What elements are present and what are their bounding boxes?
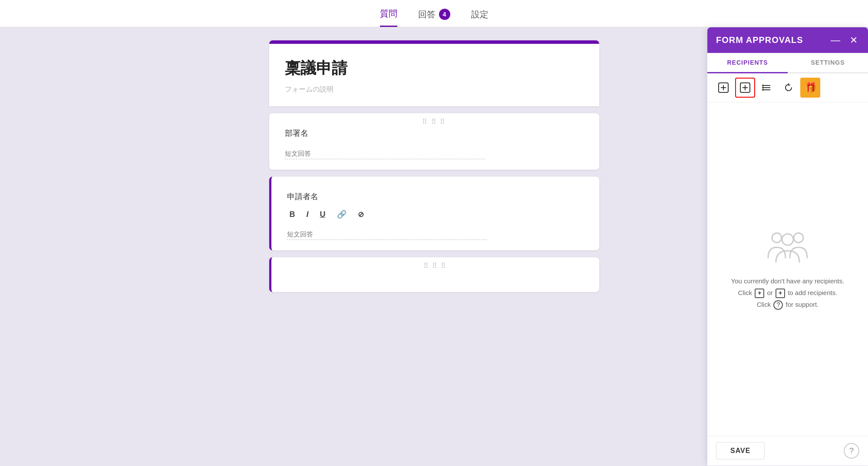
svg-point-14 [782, 234, 793, 245]
tab-answers[interactable]: 回答 4 [418, 9, 450, 26]
recipients-empty-text: You currently don't have any recipients.… [731, 275, 845, 310]
recipients-empty-state: You currently don't have any recipients.… [707, 102, 868, 436]
empty-inline-icon-3: ? [773, 300, 783, 310]
empty-text-or: or [767, 289, 775, 296]
panel-toolbar: 🎁 [707, 73, 868, 102]
empty-inline-icon-2: + [776, 289, 785, 298]
form-title: 稟議申請 [285, 58, 584, 79]
svg-point-13 [794, 233, 803, 243]
question-card-partial: ⠿ ⠿ ⠿ [269, 257, 599, 292]
save-button[interactable]: SAVE [716, 442, 765, 459]
empty-text-line1: You currently don't have any recipients. [731, 277, 845, 285]
empty-text-click2: Click [757, 301, 771, 308]
answers-badge: 4 [439, 9, 450, 20]
drag-handle-1[interactable]: ⠿ ⠿ ⠿ [422, 118, 446, 126]
empty-text-toadd: to add recipients. [788, 289, 837, 296]
svg-point-11 [762, 89, 764, 91]
short-answer-input-2[interactable] [287, 229, 487, 240]
side-panel: FORM APPROVALS — ✕ RECIPIENTS SETTINGS [707, 27, 868, 466]
form-card-container: 稟議申請 フォームの説明 ⠿ ⠿ ⠿ 部署名 申請者名 B I U 🔗 ⊘ [269, 40, 599, 292]
tab-settings-label: 設定 [471, 9, 488, 20]
italic-button[interactable]: I [304, 209, 311, 220]
panel-header-actions: — ✕ [829, 36, 859, 45]
rich-toolbar: B I U 🔗 ⊘ [287, 209, 584, 220]
panel-minimize-button[interactable]: — [829, 36, 842, 45]
add-single-button[interactable] [713, 78, 733, 98]
gift-button[interactable]: 🎁 [800, 78, 820, 98]
svg-point-10 [762, 87, 764, 89]
tab-questions-label: 質問 [380, 8, 397, 20]
panel-tab-settings[interactable]: SETTINGS [788, 53, 868, 72]
underline-button[interactable]: U [317, 209, 328, 220]
svg-point-9 [762, 85, 764, 86]
list-view-button[interactable] [757, 78, 777, 98]
short-answer-input-1[interactable] [285, 148, 485, 159]
question-card-1: ⠿ ⠿ ⠿ 部署名 [269, 113, 599, 170]
tab-settings[interactable]: 設定 [471, 9, 488, 26]
help-button[interactable]: ? [844, 443, 859, 459]
empty-text-support: for support. [785, 301, 818, 308]
panel-footer: SAVE ? [707, 436, 868, 466]
top-tabs-bar: 質問 回答 4 設定 [0, 0, 868, 27]
add-multi-button[interactable] [735, 78, 755, 98]
tab-questions[interactable]: 質問 [380, 8, 397, 27]
empty-inline-icon-1: + [755, 289, 764, 298]
panel-close-button[interactable]: ✕ [848, 36, 859, 45]
question-card-2: 申請者名 B I U 🔗 ⊘ [269, 177, 599, 250]
question-label-2: 申請者名 [287, 191, 584, 202]
panel-tab-recipients[interactable]: RECIPIENTS [707, 53, 788, 73]
link-button[interactable]: 🔗 [334, 209, 349, 220]
panel-header: FORM APPROVALS — ✕ [707, 27, 868, 53]
svg-point-12 [772, 233, 782, 243]
recipients-people-icon [764, 228, 812, 265]
tab-answers-label: 回答 [418, 9, 436, 20]
drag-handle-partial[interactable]: ⠿ ⠿ ⠿ [423, 262, 447, 270]
clear-format-button[interactable]: ⊘ [355, 209, 366, 220]
panel-tabs: RECIPIENTS SETTINGS [707, 53, 868, 73]
bold-button[interactable]: B [287, 209, 298, 220]
empty-text-click1: Click [738, 289, 754, 296]
main-area: 稟議申請 フォームの説明 ⠿ ⠿ ⠿ 部署名 申請者名 B I U 🔗 ⊘ [0, 27, 868, 309]
question-label-1: 部署名 [285, 128, 584, 138]
form-header-card: 稟議申請 フォームの説明 [269, 40, 599, 106]
refresh-button[interactable] [779, 78, 799, 98]
panel-title: FORM APPROVALS [716, 35, 803, 45]
form-description: フォームの説明 [285, 85, 584, 94]
